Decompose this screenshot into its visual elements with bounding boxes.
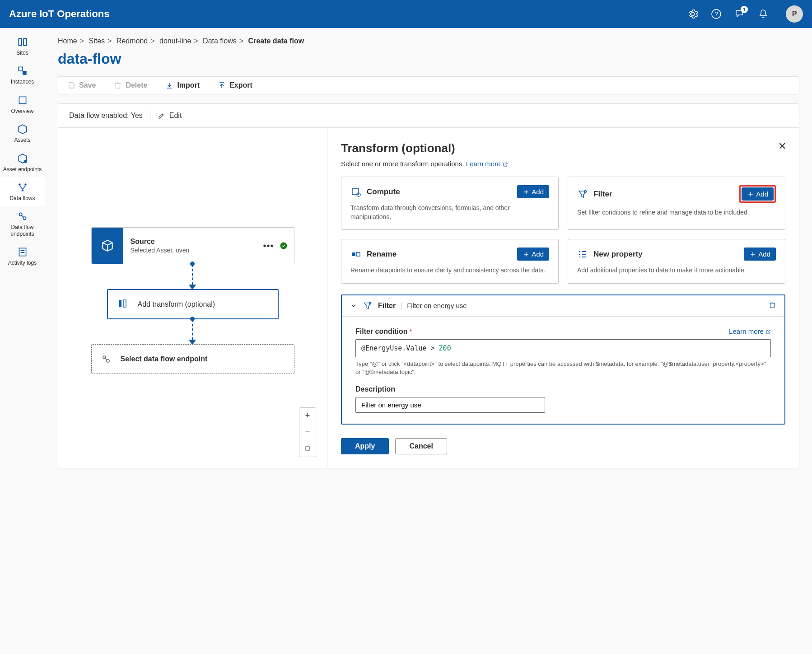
enabled-row: Data flow enabled: Yes Edit bbox=[58, 104, 799, 128]
check-icon bbox=[280, 242, 288, 250]
close-icon[interactable]: ✕ bbox=[778, 140, 786, 152]
import-button[interactable]: Import bbox=[165, 81, 200, 89]
toolbar: Save Delete Import Export bbox=[58, 76, 799, 94]
transform-icon bbox=[117, 298, 131, 310]
breadcrumb-data-flows[interactable]: Data flows bbox=[203, 37, 237, 45]
app-title: Azure IoT Operations bbox=[9, 8, 686, 20]
source-node[interactable]: SourceSelected Asset: oven ••• bbox=[91, 227, 294, 264]
breadcrumb-sites[interactable]: Sites bbox=[89, 37, 105, 45]
filter-add-icon bbox=[363, 301, 373, 311]
filter-condition-input[interactable]: @EnergyUse.Value > 200 bbox=[355, 339, 771, 357]
page-title: data-flow bbox=[58, 51, 799, 67]
sidebar-item-dataflow-endpoints[interactable]: Data flow endpoints bbox=[0, 206, 45, 242]
graph-panel: SourceSelected Asset: oven ••• Add trans… bbox=[58, 128, 327, 468]
endpoint-node[interactable]: Select data flow endpoint bbox=[91, 344, 294, 374]
highlighted-add-filter: Add bbox=[739, 185, 776, 203]
chevron-down-icon[interactable] bbox=[350, 302, 357, 309]
sidebar-item-asset-endpoints[interactable]: Asset endpoints bbox=[0, 148, 45, 177]
cancel-button[interactable]: Cancel bbox=[395, 438, 447, 454]
transform-node[interactable]: Add transform (optional) bbox=[107, 289, 279, 319]
svg-rect-22 bbox=[356, 252, 360, 256]
notification-badge: 1 bbox=[741, 6, 748, 13]
svg-point-8 bbox=[21, 189, 23, 191]
zoom-controls: + − bbox=[299, 407, 316, 457]
svg-rect-14 bbox=[123, 300, 126, 307]
avatar[interactable]: P bbox=[786, 5, 803, 23]
export-button[interactable]: Export bbox=[218, 81, 252, 89]
rename-card: Rename Add Rename datapoints to ensure c… bbox=[341, 239, 559, 284]
filter-icon bbox=[577, 189, 588, 200]
details-title: Transform (optional) bbox=[341, 141, 785, 155]
breadcrumb-current: Create data flow bbox=[248, 37, 304, 45]
breadcrumb-home[interactable]: Home bbox=[58, 37, 77, 45]
svg-rect-11 bbox=[19, 248, 26, 256]
zoom-in-button[interactable]: + bbox=[299, 408, 316, 424]
svg-rect-21 bbox=[352, 252, 355, 256]
add-rename-button[interactable]: Add bbox=[517, 248, 549, 261]
breadcrumb-donut-line[interactable]: donut-line bbox=[159, 37, 191, 45]
cube-icon bbox=[92, 228, 123, 264]
svg-point-5 bbox=[24, 160, 27, 163]
condition-hint: Type "@" or click "<datapoint>" to selec… bbox=[355, 360, 771, 376]
add-filter-button[interactable]: Add bbox=[742, 187, 774, 201]
svg-rect-13 bbox=[119, 300, 121, 307]
learn-more-link[interactable]: Learn more bbox=[466, 160, 508, 168]
rename-icon bbox=[350, 249, 361, 260]
sidebar-item-data-flows[interactable]: Data flows bbox=[0, 177, 45, 206]
svg-rect-4 bbox=[19, 97, 26, 103]
help-icon[interactable]: ? bbox=[710, 8, 723, 20]
bell-icon[interactable] bbox=[757, 8, 770, 20]
zoom-out-button[interactable]: − bbox=[299, 424, 316, 440]
breadcrumb-redmond[interactable]: Redmond bbox=[117, 37, 148, 45]
svg-point-12 bbox=[280, 243, 287, 249]
sidebar-item-assets[interactable]: Assets bbox=[0, 119, 45, 148]
list-icon bbox=[577, 249, 588, 260]
breadcrumb: Home> Sites> Redmond> donut-line> Data f… bbox=[58, 37, 799, 45]
svg-rect-17 bbox=[306, 447, 309, 450]
sidebar-item-activity-logs[interactable]: Activity logs bbox=[0, 242, 45, 271]
add-compute-button[interactable]: Add bbox=[517, 185, 549, 198]
sidebar-item-sites[interactable]: Sites bbox=[0, 32, 45, 61]
newprop-card: New property Add Add additional properti… bbox=[568, 239, 785, 284]
sidebar-item-instances[interactable]: Instances bbox=[0, 61, 45, 89]
svg-text:?: ? bbox=[714, 10, 718, 18]
sidebar: Sites Instances Overview Assets Asset en… bbox=[0, 28, 45, 654]
app-header: Azure IoT Operations ? 1 P bbox=[0, 0, 812, 28]
save-button: Save bbox=[67, 81, 96, 89]
settings-icon[interactable] bbox=[686, 8, 699, 20]
compute-icon bbox=[350, 187, 361, 197]
svg-rect-18 bbox=[352, 188, 359, 195]
apply-button[interactable]: Apply bbox=[341, 438, 389, 454]
delete-button: Delete bbox=[114, 81, 147, 89]
delete-filter-button[interactable] bbox=[768, 301, 776, 310]
feedback-icon[interactable]: 1 bbox=[733, 8, 746, 20]
filter-config-panel: Filter Filter on energy use Filter condi… bbox=[341, 294, 785, 425]
add-newprop-button[interactable]: Add bbox=[744, 248, 776, 261]
sidebar-item-overview[interactable]: Overview bbox=[0, 90, 45, 119]
svg-point-6 bbox=[19, 183, 20, 185]
edit-button[interactable]: Edit bbox=[158, 112, 182, 120]
description-input[interactable] bbox=[355, 397, 545, 413]
svg-rect-2 bbox=[19, 67, 23, 71]
endpoint-icon bbox=[101, 354, 112, 364]
svg-point-7 bbox=[24, 183, 26, 185]
learn-more-condition[interactable]: Learn more bbox=[729, 327, 771, 335]
enabled-label: Data flow enabled: Yes bbox=[69, 112, 143, 120]
svg-rect-3 bbox=[23, 71, 27, 75]
details-panel: ✕ Transform (optional) Select one or mor… bbox=[327, 128, 799, 468]
compute-card: Compute Add Transform data through conve… bbox=[341, 177, 559, 230]
details-subtitle: Select one or more transform operations.… bbox=[341, 160, 785, 168]
more-icon[interactable]: ••• bbox=[257, 241, 279, 251]
content-card: Data flow enabled: Yes Edit SourceSelect… bbox=[58, 103, 799, 468]
header-actions: ? 1 P bbox=[686, 5, 803, 23]
zoom-fit-button[interactable] bbox=[299, 440, 316, 457]
filter-card: Filter Add Set filter conditions to refi… bbox=[568, 177, 785, 230]
